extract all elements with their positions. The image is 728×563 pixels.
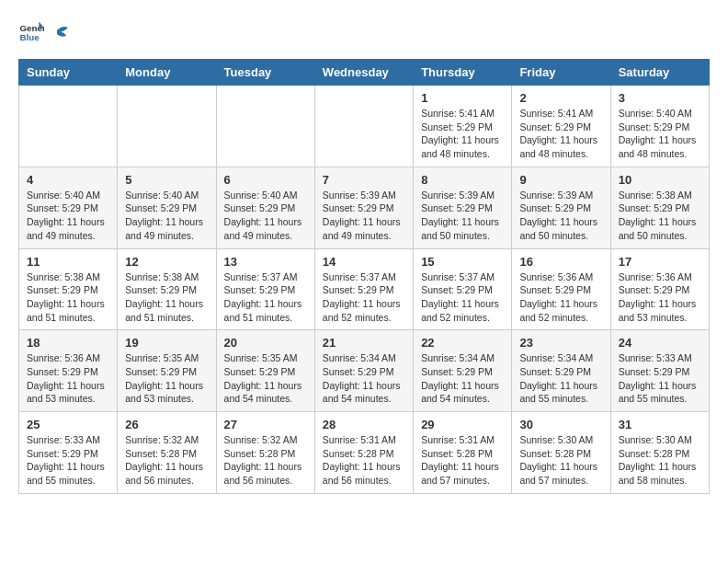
day-info: Sunrise: 5:31 AMSunset: 5:28 PMDaylight:… (421, 433, 504, 488)
calendar-cell: 25Sunrise: 5:33 AMSunset: 5:29 PMDayligh… (19, 412, 118, 494)
calendar-cell: 5Sunrise: 5:40 AMSunset: 5:29 PMDaylight… (118, 167, 216, 248)
logo-icon: General Blue (18, 18, 44, 44)
day-number: 8 (421, 173, 504, 187)
col-header-sunday: Sunday (19, 60, 118, 86)
day-info: Sunrise: 5:31 AMSunset: 5:28 PMDaylight:… (323, 433, 405, 488)
day-number: 22 (421, 336, 504, 350)
day-number: 18 (27, 336, 109, 350)
col-header-monday: Monday (118, 60, 216, 86)
calendar-cell (216, 86, 314, 167)
calendar-cell: 27Sunrise: 5:32 AMSunset: 5:28 PMDayligh… (216, 412, 314, 494)
day-info: Sunrise: 5:37 AMSunset: 5:29 PMDaylight:… (421, 270, 504, 325)
day-number: 24 (619, 336, 701, 350)
calendar-week-row: 25Sunrise: 5:33 AMSunset: 5:29 PMDayligh… (19, 412, 710, 494)
col-header-tuesday: Tuesday (216, 60, 314, 86)
day-number: 5 (125, 173, 208, 187)
calendar-cell (19, 86, 118, 167)
day-number: 20 (224, 336, 307, 350)
col-header-wednesday: Wednesday (314, 60, 413, 86)
page-header: General Blue (18, 18, 710, 44)
day-info: Sunrise: 5:38 AMSunset: 5:29 PMDaylight:… (27, 270, 109, 325)
day-number: 31 (619, 418, 701, 431)
calendar-cell: 7Sunrise: 5:39 AMSunset: 5:29 PMDaylight… (314, 167, 413, 248)
svg-text:Blue: Blue (19, 32, 40, 42)
calendar-cell: 12Sunrise: 5:38 AMSunset: 5:29 PMDayligh… (118, 248, 216, 330)
day-info: Sunrise: 5:35 AMSunset: 5:29 PMDaylight:… (125, 351, 208, 406)
calendar-table: SundayMondayTuesdayWednesdayThursdayFrid… (18, 59, 710, 494)
col-header-saturday: Saturday (610, 60, 709, 86)
calendar-week-row: 18Sunrise: 5:36 AMSunset: 5:29 PMDayligh… (19, 330, 710, 412)
calendar-cell: 24Sunrise: 5:33 AMSunset: 5:29 PMDayligh… (610, 330, 709, 412)
calendar-cell: 15Sunrise: 5:37 AMSunset: 5:29 PMDayligh… (414, 248, 512, 330)
calendar-cell (314, 86, 413, 167)
day-info: Sunrise: 5:36 AMSunset: 5:29 PMDaylight:… (519, 270, 602, 325)
calendar-cell: 29Sunrise: 5:31 AMSunset: 5:28 PMDayligh… (414, 412, 512, 494)
calendar-cell: 13Sunrise: 5:37 AMSunset: 5:29 PMDayligh… (216, 248, 314, 330)
day-info: Sunrise: 5:37 AMSunset: 5:29 PMDaylight:… (224, 270, 307, 325)
day-number: 7 (323, 173, 405, 187)
calendar-cell: 3Sunrise: 5:40 AMSunset: 5:29 PMDaylight… (610, 86, 709, 167)
calendar-cell: 1Sunrise: 5:41 AMSunset: 5:29 PMDaylight… (414, 86, 512, 167)
calendar-cell: 10Sunrise: 5:38 AMSunset: 5:29 PMDayligh… (610, 167, 709, 248)
day-number: 16 (519, 255, 602, 269)
col-header-friday: Friday (512, 60, 610, 86)
day-number: 17 (619, 255, 701, 269)
calendar-cell: 22Sunrise: 5:34 AMSunset: 5:29 PMDayligh… (414, 330, 512, 412)
logo: General Blue (18, 18, 70, 44)
calendar-cell: 2Sunrise: 5:41 AMSunset: 5:29 PMDaylight… (512, 86, 610, 167)
calendar-week-row: 1Sunrise: 5:41 AMSunset: 5:29 PMDaylight… (19, 86, 710, 167)
day-info: Sunrise: 5:40 AMSunset: 5:29 PMDaylight:… (125, 189, 208, 243)
calendar-cell (118, 86, 216, 167)
calendar-cell: 26Sunrise: 5:32 AMSunset: 5:28 PMDayligh… (118, 412, 216, 494)
day-info: Sunrise: 5:36 AMSunset: 5:29 PMDaylight:… (619, 270, 701, 325)
calendar-cell: 19Sunrise: 5:35 AMSunset: 5:29 PMDayligh… (118, 330, 216, 412)
calendar-week-row: 11Sunrise: 5:38 AMSunset: 5:29 PMDayligh… (19, 248, 710, 330)
day-info: Sunrise: 5:30 AMSunset: 5:28 PMDaylight:… (619, 433, 701, 488)
day-info: Sunrise: 5:33 AMSunset: 5:29 PMDaylight:… (27, 433, 109, 488)
day-number: 6 (224, 173, 307, 187)
day-info: Sunrise: 5:40 AMSunset: 5:29 PMDaylight:… (224, 189, 307, 243)
day-number: 14 (323, 255, 405, 269)
day-info: Sunrise: 5:38 AMSunset: 5:29 PMDaylight:… (619, 189, 701, 243)
calendar-cell: 20Sunrise: 5:35 AMSunset: 5:29 PMDayligh… (216, 330, 314, 412)
calendar-cell: 17Sunrise: 5:36 AMSunset: 5:29 PMDayligh… (610, 248, 709, 330)
day-number: 27 (224, 418, 307, 431)
calendar-cell: 28Sunrise: 5:31 AMSunset: 5:28 PMDayligh… (314, 412, 413, 494)
day-info: Sunrise: 5:41 AMSunset: 5:29 PMDaylight:… (519, 107, 602, 161)
day-info: Sunrise: 5:40 AMSunset: 5:29 PMDaylight:… (27, 189, 109, 243)
calendar-cell: 30Sunrise: 5:30 AMSunset: 5:28 PMDayligh… (512, 412, 610, 494)
calendar-cell: 6Sunrise: 5:40 AMSunset: 5:29 PMDaylight… (216, 167, 314, 248)
day-number: 23 (519, 336, 602, 350)
day-info: Sunrise: 5:34 AMSunset: 5:29 PMDaylight:… (519, 351, 602, 406)
calendar-cell: 18Sunrise: 5:36 AMSunset: 5:29 PMDayligh… (19, 330, 118, 412)
day-info: Sunrise: 5:34 AMSunset: 5:29 PMDaylight:… (421, 351, 504, 406)
calendar-cell: 4Sunrise: 5:40 AMSunset: 5:29 PMDaylight… (19, 167, 118, 248)
col-header-thursday: Thursday (414, 60, 512, 86)
day-info: Sunrise: 5:35 AMSunset: 5:29 PMDaylight:… (224, 351, 307, 406)
day-info: Sunrise: 5:39 AMSunset: 5:29 PMDaylight:… (323, 189, 405, 243)
day-number: 1 (421, 91, 504, 105)
calendar-cell: 23Sunrise: 5:34 AMSunset: 5:29 PMDayligh… (512, 330, 610, 412)
calendar-cell: 8Sunrise: 5:39 AMSunset: 5:29 PMDaylight… (414, 167, 512, 248)
calendar-cell: 31Sunrise: 5:30 AMSunset: 5:28 PMDayligh… (610, 412, 709, 494)
day-number: 29 (421, 418, 504, 431)
calendar-cell: 9Sunrise: 5:39 AMSunset: 5:29 PMDaylight… (512, 167, 610, 248)
day-info: Sunrise: 5:39 AMSunset: 5:29 PMDaylight:… (519, 189, 602, 243)
day-info: Sunrise: 5:38 AMSunset: 5:29 PMDaylight:… (125, 270, 208, 325)
day-info: Sunrise: 5:34 AMSunset: 5:29 PMDaylight:… (323, 351, 405, 406)
day-info: Sunrise: 5:30 AMSunset: 5:28 PMDaylight:… (519, 433, 602, 488)
day-number: 30 (519, 418, 602, 431)
day-number: 4 (27, 173, 109, 187)
calendar-week-row: 4Sunrise: 5:40 AMSunset: 5:29 PMDaylight… (19, 167, 710, 248)
day-number: 10 (619, 173, 701, 187)
calendar-cell: 14Sunrise: 5:37 AMSunset: 5:29 PMDayligh… (314, 248, 413, 330)
day-info: Sunrise: 5:32 AMSunset: 5:28 PMDaylight:… (125, 433, 208, 488)
day-number: 15 (421, 255, 504, 269)
day-info: Sunrise: 5:41 AMSunset: 5:29 PMDaylight:… (421, 107, 504, 161)
calendar-cell: 11Sunrise: 5:38 AMSunset: 5:29 PMDayligh… (19, 248, 118, 330)
day-number: 9 (519, 173, 602, 187)
day-number: 28 (323, 418, 405, 431)
day-number: 12 (125, 255, 208, 269)
day-info: Sunrise: 5:36 AMSunset: 5:29 PMDaylight:… (27, 351, 109, 406)
day-number: 25 (27, 418, 109, 431)
